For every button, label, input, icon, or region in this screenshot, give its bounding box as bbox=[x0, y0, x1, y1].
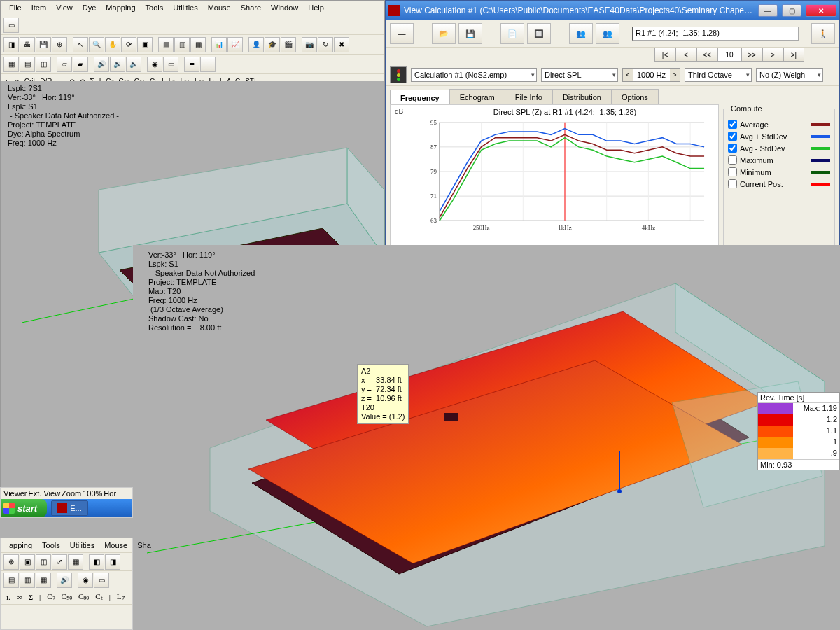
menu-utilities[interactable]: Utilities bbox=[169, 2, 202, 13]
maximize-button[interactable]: ▢ bbox=[782, 4, 802, 17]
tool-icon[interactable]: ▦ bbox=[36, 573, 51, 588]
menu-mapping[interactable]: Mapping bbox=[102, 2, 139, 13]
tool-icon[interactable]: ▤ bbox=[4, 573, 19, 588]
tok-ct[interactable]: Cₜ bbox=[92, 592, 105, 601]
tok[interactable]: ∞ bbox=[14, 593, 25, 601]
measure-select[interactable]: Direct SPL bbox=[541, 68, 618, 82]
seat-icon[interactable]: ◉ bbox=[78, 573, 93, 588]
rotate-icon[interactable]: ⟳ bbox=[121, 37, 136, 52]
grid-icon[interactable]: ▦ bbox=[4, 57, 19, 72]
menu-tools[interactable]: Tools bbox=[38, 540, 64, 551]
tab-fileinfo[interactable]: File Info bbox=[505, 89, 553, 106]
frequency-spinner[interactable]: < 1000 Hz > bbox=[622, 68, 680, 82]
refresh-icon[interactable]: ↻ bbox=[318, 37, 333, 52]
band-select[interactable]: Third Octave bbox=[685, 68, 752, 82]
tab-echogram[interactable]: Echogram bbox=[449, 89, 505, 106]
save-icon[interactable]: 💾 bbox=[36, 37, 51, 52]
grid2-icon[interactable]: ▤ bbox=[20, 57, 35, 72]
frag-tab[interactable]: Zoom bbox=[62, 489, 81, 498]
build2-icon[interactable]: ▥ bbox=[174, 37, 190, 52]
tool-icon[interactable]: ▣ bbox=[20, 554, 35, 570]
calc2-icon[interactable]: 📈 bbox=[227, 37, 243, 52]
view-icon[interactable]: 🔲 bbox=[527, 23, 551, 44]
tab-distribution[interactable]: Distribution bbox=[552, 89, 612, 106]
close-button[interactable]: ✕ bbox=[806, 4, 836, 17]
fit-icon[interactable]: ▣ bbox=[137, 37, 153, 52]
menu-dye[interactable]: Dye bbox=[78, 2, 101, 13]
more-icon[interactable]: ⋯ bbox=[200, 57, 216, 72]
menu-mapping-cut[interactable]: apping bbox=[5, 540, 36, 551]
start-button[interactable]: start bbox=[1, 499, 47, 517]
walk-icon[interactable]: 🚶 bbox=[811, 23, 835, 44]
nav-next[interactable]: >> bbox=[741, 48, 762, 62]
tool-icon[interactable]: ⤢ bbox=[52, 554, 67, 570]
compute-checkbox[interactable] bbox=[728, 120, 737, 129]
menu-share[interactable]: Share bbox=[237, 2, 265, 13]
groups-b-icon[interactable]: 👥 bbox=[596, 23, 620, 44]
tok-c80[interactable]: C₈₀ bbox=[76, 592, 92, 601]
box-icon[interactable]: ◫ bbox=[36, 57, 51, 72]
groups-a-icon[interactable]: 👥 bbox=[569, 23, 593, 44]
traffic-light-icon[interactable] bbox=[390, 66, 407, 83]
cap-icon[interactable]: 🎓 bbox=[265, 37, 280, 52]
sel-icon[interactable]: ▱ bbox=[57, 57, 72, 72]
frag-tab[interactable]: 100% bbox=[83, 489, 102, 498]
menu-help[interactable]: Help bbox=[304, 2, 328, 13]
nav-prev[interactable]: << bbox=[696, 48, 718, 62]
open-folder-icon[interactable]: 📂 bbox=[432, 23, 456, 44]
tab-options[interactable]: Options bbox=[611, 89, 659, 106]
pointer-icon[interactable]: ↖ bbox=[73, 37, 88, 52]
windows-taskbar[interactable]: start E... bbox=[1, 499, 132, 517]
film-icon[interactable]: 🎬 bbox=[281, 37, 296, 52]
menu-file[interactable]: File bbox=[5, 2, 26, 13]
speaker-icon[interactable]: 👤 bbox=[248, 37, 264, 52]
freq-up[interactable]: > bbox=[670, 69, 680, 81]
frag-tab[interactable]: Viewer bbox=[4, 489, 27, 498]
tool-icon[interactable]: ▦ bbox=[68, 554, 83, 570]
tool-icon[interactable]: ◨ bbox=[105, 554, 120, 570]
surf-icon[interactable]: ▭ bbox=[163, 57, 178, 72]
compute-checkbox[interactable] bbox=[728, 144, 737, 153]
tool-icon[interactable]: ◨ bbox=[4, 37, 19, 52]
tool-icon[interactable]: ⊕ bbox=[4, 554, 19, 570]
menu-mouse[interactable]: Mouse bbox=[100, 540, 132, 551]
document-icon[interactable]: 📄 bbox=[500, 23, 524, 44]
camera-icon[interactable]: 📷 bbox=[302, 37, 317, 52]
tool-icon[interactable]: ◧ bbox=[89, 554, 104, 570]
sp3-icon[interactable]: 🔈 bbox=[126, 57, 141, 72]
tool-icon[interactable]: ◫ bbox=[36, 554, 51, 570]
tok[interactable]: ı. bbox=[4, 593, 13, 601]
freq-down[interactable]: < bbox=[623, 69, 633, 81]
nav-next10[interactable]: > bbox=[762, 48, 783, 62]
compute-checkbox[interactable] bbox=[728, 179, 737, 188]
tok-c50[interactable]: C₅₀ bbox=[59, 592, 75, 601]
x-icon[interactable]: ✖ bbox=[334, 37, 349, 52]
menu-mouse[interactable]: Mouse bbox=[204, 2, 235, 13]
menu-share-cut[interactable]: Sha bbox=[133, 540, 155, 551]
compute-checkbox[interactable] bbox=[728, 132, 737, 141]
nav-last[interactable]: >| bbox=[783, 48, 804, 62]
target-icon[interactable]: ⊕ bbox=[52, 37, 67, 52]
compute-checkbox[interactable] bbox=[728, 155, 737, 164]
menu-item[interactable]: Item bbox=[27, 2, 50, 13]
taskbar-item-ease[interactable]: E... bbox=[51, 500, 88, 516]
seat-icon[interactable]: ◉ bbox=[147, 57, 162, 72]
save-disk-icon[interactable]: 💾 bbox=[458, 23, 482, 44]
weighting-select[interactable]: No (Z) Weigh bbox=[756, 68, 823, 82]
menu-utilities[interactable]: Utilities bbox=[66, 540, 99, 551]
menu-tools[interactable]: Tools bbox=[141, 2, 168, 13]
mapping-viewport[interactable]: Ver:-33° Hor: 119° Lspk: S1 - Speaker Da… bbox=[133, 245, 840, 630]
layers-icon[interactable]: ≣ bbox=[184, 57, 200, 72]
tool-icon[interactable]: ▥ bbox=[20, 573, 35, 588]
sel2-icon[interactable]: ▰ bbox=[73, 57, 88, 72]
calc-titlebar[interactable]: View Calculation #1 (C:\Users\Public\Doc… bbox=[386, 1, 839, 20]
frequency-chart[interactable]: Direct SPL (Z) at R1 #1 (4.24; -1.35; 1.… bbox=[390, 104, 719, 247]
calculation-select[interactable]: Calculation #1 (NoS2.emp) bbox=[411, 68, 537, 82]
build3-icon[interactable]: ▦ bbox=[190, 37, 206, 52]
compute-checkbox[interactable] bbox=[728, 167, 737, 176]
minimize-button[interactable]: — bbox=[758, 4, 778, 17]
build-icon[interactable]: ▤ bbox=[158, 37, 174, 52]
frag-tab[interactable]: Hor bbox=[104, 489, 116, 498]
calc-icon[interactable]: 📊 bbox=[211, 37, 227, 52]
tok-c7[interactable]: C₇ bbox=[44, 592, 57, 601]
